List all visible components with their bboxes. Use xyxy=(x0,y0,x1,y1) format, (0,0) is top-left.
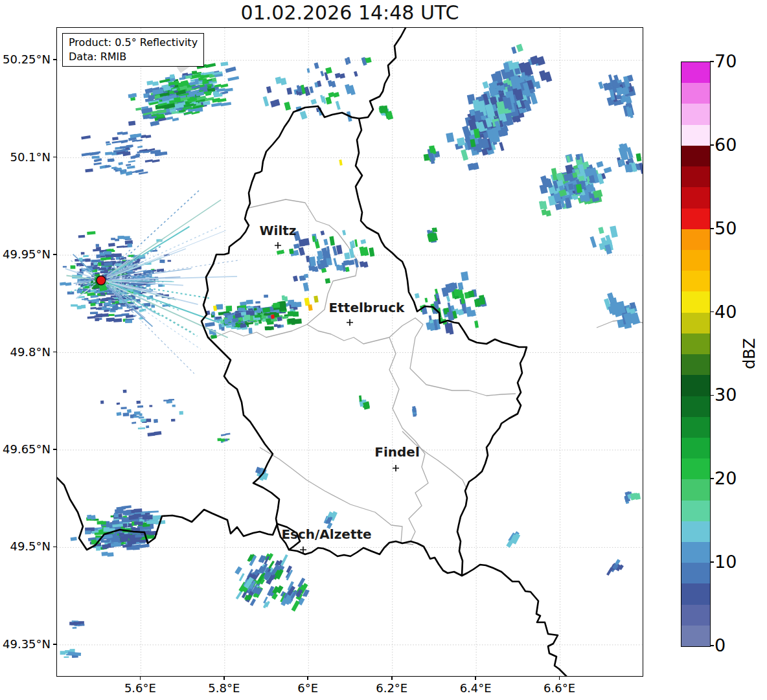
echo-cell xyxy=(277,324,281,328)
city-marker xyxy=(347,319,353,326)
echo-cluster-right-mid xyxy=(604,292,640,329)
echo-cell xyxy=(127,409,132,413)
echo-cell xyxy=(127,165,135,169)
echo-cell xyxy=(104,251,111,254)
echo-cell xyxy=(225,67,236,73)
echo-cell xyxy=(286,87,292,95)
echo-cell-special xyxy=(636,153,642,161)
echo-cell xyxy=(112,141,120,144)
x-tick-mark xyxy=(223,677,225,680)
echo-cell xyxy=(126,144,133,148)
echo-cell xyxy=(273,302,280,308)
echo-cell xyxy=(100,258,106,261)
echo-cell xyxy=(133,416,139,418)
echo-cell xyxy=(369,247,374,256)
echo-cell xyxy=(119,162,123,165)
x-tick-label: 5.8°E xyxy=(195,681,253,695)
echo-cell xyxy=(331,81,336,87)
luxembourg-border xyxy=(201,106,527,576)
colorbar-tick-label: 60 xyxy=(715,135,737,155)
city-marker xyxy=(393,465,399,471)
colorbar-segment xyxy=(681,146,710,166)
echo-cell xyxy=(102,544,108,549)
echo-cell xyxy=(218,438,222,441)
echo-cell xyxy=(610,225,618,238)
echo-cell xyxy=(147,432,155,436)
echo-cell xyxy=(96,244,99,247)
echo-cell xyxy=(303,282,310,291)
echo-cell xyxy=(354,240,358,247)
echo-cell xyxy=(149,405,152,407)
echo-cell xyxy=(263,96,269,106)
colorbar-tick-mark xyxy=(710,395,714,396)
echo-cell xyxy=(113,253,122,257)
echo-cell xyxy=(104,310,109,312)
echo-cluster-spot-se1 xyxy=(506,531,520,548)
colorbar-segment xyxy=(681,291,710,312)
echo-cell xyxy=(209,322,215,326)
echo-cell xyxy=(91,515,96,519)
internal-border xyxy=(410,324,516,396)
echo-cell xyxy=(111,238,115,240)
y-tick-label: 49.5°N xyxy=(0,539,51,554)
internal-border xyxy=(389,337,428,541)
echo-cell xyxy=(93,163,101,166)
echo-cell xyxy=(280,554,288,566)
echo-cell xyxy=(250,598,256,606)
radar-spoke xyxy=(108,190,200,275)
echo-cluster-spot-n1 xyxy=(379,106,394,120)
echo-cluster-ne-mid xyxy=(539,153,612,217)
echo-cell xyxy=(598,82,603,89)
city-label: Esch/Alzette xyxy=(281,526,371,542)
echo-cell xyxy=(71,304,78,306)
internal-borders xyxy=(208,199,643,545)
echo-cell xyxy=(117,402,120,405)
echo-cell xyxy=(159,260,165,263)
y-tick-mark xyxy=(53,644,56,645)
radar-echoes xyxy=(60,44,643,659)
echo-cell xyxy=(329,236,335,246)
x-tick-mark xyxy=(475,677,476,680)
echo-cell xyxy=(178,103,184,108)
colorbar-segment xyxy=(681,271,710,291)
echo-cell xyxy=(499,142,504,151)
echo-cell xyxy=(82,299,88,300)
echo-cell xyxy=(294,319,302,324)
echo-cell xyxy=(139,416,144,418)
echo-cell xyxy=(250,311,255,315)
echo-cell xyxy=(107,552,113,557)
echo-cell xyxy=(117,131,123,135)
echo-cell xyxy=(87,231,95,235)
x-tick-mark xyxy=(140,677,141,680)
echo-cluster-spot-ne-edge xyxy=(590,225,617,254)
echo-cell xyxy=(81,252,85,254)
echo-cell xyxy=(134,521,139,525)
echo-cell xyxy=(282,316,288,319)
echo-cell xyxy=(101,521,106,525)
echo-cell xyxy=(111,318,115,321)
echo-cell xyxy=(115,301,119,304)
echo-cell xyxy=(598,227,604,234)
y-tick-label: 49.35°N xyxy=(0,637,51,651)
echo-cell xyxy=(92,156,97,159)
x-tick-label: 6.4°E xyxy=(446,681,505,695)
colorbar-segment xyxy=(681,438,710,458)
echo-cell xyxy=(249,328,253,333)
echo-cell xyxy=(93,249,100,252)
echo-cell xyxy=(239,573,245,581)
echo-cell xyxy=(323,239,328,245)
echo-cell xyxy=(126,319,133,321)
echo-cluster-spot-e1 xyxy=(624,491,641,504)
y-tick-mark xyxy=(53,547,56,548)
echo-cell xyxy=(482,81,488,89)
echo-cell xyxy=(284,296,288,301)
echo-cell xyxy=(99,267,106,270)
echo-cell xyxy=(325,96,332,104)
echo-cell xyxy=(87,316,95,319)
city-label: Ettelbruck xyxy=(329,300,405,315)
colorbar xyxy=(681,62,711,647)
colorbar-tick-mark xyxy=(710,311,714,313)
echo-cell xyxy=(108,243,115,247)
echo-cell xyxy=(226,325,232,328)
colorbar-segment xyxy=(681,354,710,375)
